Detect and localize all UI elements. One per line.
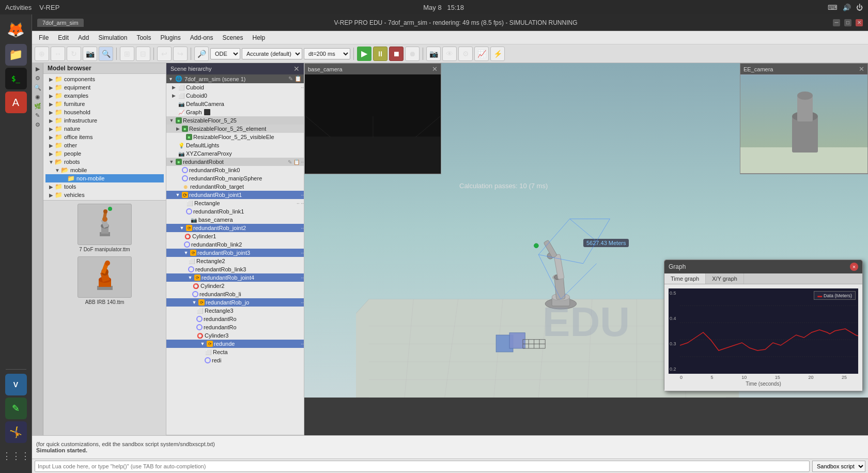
menu-simulation[interactable]: Simulation bbox=[94, 33, 131, 42]
strip-mag[interactable]: 🔍 bbox=[34, 84, 41, 91]
hier-floor[interactable]: ▼ ■ ResizableFloor_5_25 bbox=[166, 116, 304, 125]
accuracy-select[interactable]: Accurate (default) Fast bbox=[242, 48, 302, 59]
graph-tab-time[interactable]: Time graph bbox=[664, 273, 706, 284]
dock-vrep[interactable]: V bbox=[5, 374, 27, 395]
dock-figure[interactable]: 🤸 bbox=[5, 421, 27, 443]
hier-roblink-2[interactable]: redundantRo bbox=[166, 323, 304, 331]
close-button[interactable]: ✕ bbox=[856, 19, 863, 26]
hier-joint2[interactable]: ▼ ⟳ redundantRob_joint2 ·· bbox=[166, 224, 304, 232]
hier-joint5[interactable]: ▼ ⟳ redundantRob_jo ·· bbox=[166, 298, 304, 307]
tool-select[interactable]: ⊕ bbox=[35, 47, 49, 61]
hier-link3[interactable]: redundantRob_link3 bbox=[166, 265, 304, 273]
tool-search[interactable]: 🔍 bbox=[99, 47, 113, 61]
hier-joint1[interactable]: ▼ ⟳ redundantRob_joint1 ·· bbox=[166, 191, 304, 199]
hier-redi[interactable]: redi bbox=[166, 356, 304, 364]
dock-script[interactable]: ✎ bbox=[5, 398, 27, 419]
strip-script[interactable]: ✎ bbox=[35, 112, 40, 119]
model-abb[interactable]: ABB IRB 140.ttm bbox=[47, 256, 163, 305]
hier-joint4[interactable]: ▼ ⟳ redundantRob_joint4 ·· bbox=[166, 273, 304, 282]
hier-joint6[interactable]: ▼ ⟳ redunde ·· bbox=[166, 340, 304, 348]
tree-other[interactable]: ▶ 📁 other bbox=[45, 141, 164, 149]
app-name-label[interactable]: V-REP bbox=[39, 4, 59, 11]
menu-addons[interactable]: Add-ons bbox=[186, 33, 218, 42]
graph-close-button[interactable]: × bbox=[850, 263, 858, 271]
tree-people[interactable]: ▶ 📁 people bbox=[45, 149, 164, 158]
dock-software[interactable]: A bbox=[5, 91, 27, 113]
hier-cyl3[interactable]: ⭕ Cylinder3 bbox=[166, 331, 304, 340]
strip-gear2[interactable]: ⚙ bbox=[35, 121, 40, 128]
hier-cuboid[interactable]: ▶ ⬜ Cuboid ·· bbox=[166, 83, 304, 91]
tree-mobile[interactable]: ▼ 📂 mobile bbox=[45, 166, 164, 174]
strip-tree[interactable]: 🌿 bbox=[34, 103, 41, 110]
tree-components[interactable]: ▶ 📁 components bbox=[45, 75, 164, 83]
hier-rect3[interactable]: ⬜ Rectangle3 bbox=[166, 307, 304, 315]
hier-manipsphere[interactable]: redundantRob_manipSphere bbox=[166, 174, 304, 182]
hier-link1[interactable]: redundantRob_link1 bbox=[166, 207, 304, 216]
hier-lights[interactable]: 💡 DefaultLights bbox=[166, 141, 304, 149]
tool-cam[interactable]: 🔎 bbox=[194, 47, 209, 61]
hier-cuboid0[interactable]: ▶ ⬜ Cuboid0 bbox=[166, 91, 304, 100]
hier-target[interactable]: ⊕ redundantRob_target bbox=[166, 182, 304, 191]
dock-files[interactable]: 📁 bbox=[5, 44, 27, 66]
hier-link-deep[interactable]: redundantRob_li bbox=[166, 290, 304, 298]
physics-select[interactable]: ODE Bullet bbox=[210, 48, 240, 59]
hier-rect2[interactable]: ⬜ Rectangle2 bbox=[166, 257, 304, 265]
tool-cam3[interactable]: 👁 bbox=[442, 47, 457, 61]
tool-obj2[interactable]: ⊟ bbox=[136, 47, 150, 61]
menu-tools[interactable]: Tools bbox=[132, 33, 155, 42]
tree-vehicles[interactable]: ▶ 📁 vehicles bbox=[45, 191, 164, 199]
strip-gear[interactable]: ⚙ bbox=[35, 75, 40, 82]
tool-obj1[interactable]: ⊞ bbox=[120, 47, 134, 61]
tree-examples[interactable]: ▶ 📁 examples bbox=[45, 91, 164, 100]
activities-label[interactable]: Activities bbox=[5, 4, 32, 11]
strip-obj[interactable]: ◉ bbox=[35, 94, 40, 100]
dock-firefox[interactable]: 🦊 bbox=[4, 17, 28, 42]
tree-infrastructure[interactable]: ▶ 📁 infrastructure bbox=[45, 116, 164, 125]
hier-floor-element[interactable]: ▶ ■ ResizableFloor_5_25_element bbox=[166, 125, 304, 133]
maximize-button[interactable]: □ bbox=[844, 19, 851, 26]
graph-tab-xy[interactable]: X/Y graph bbox=[706, 273, 744, 284]
hier-defaultcam[interactable]: 📷 DefaultCamera bbox=[166, 100, 304, 108]
hier-cyl1[interactable]: ⭕ Cylinder1 bbox=[166, 232, 304, 240]
hier-robot[interactable]: ▼ ■ redundantRobot ✎ 📋 ·· bbox=[166, 158, 304, 166]
tree-nonmobile[interactable]: 📁 non-mobile bbox=[45, 174, 164, 182]
hier-basecam[interactable]: 📷 base_camera bbox=[166, 216, 304, 224]
ee-camera-close[interactable]: ✕ bbox=[859, 65, 864, 73]
tool-sim2[interactable]: ⚙ bbox=[458, 47, 473, 61]
minimize-button[interactable]: ─ bbox=[833, 19, 840, 26]
hier-cyl2[interactable]: ⭕ Cylinder2 bbox=[166, 282, 304, 290]
menu-scenes[interactable]: Scenes bbox=[219, 33, 247, 42]
tab-7dof[interactable]: 7dof_arm_sim bbox=[37, 19, 84, 27]
tool-move[interactable]: ↔ bbox=[51, 47, 65, 61]
tree-tools[interactable]: ▶ 📁 tools bbox=[45, 182, 164, 191]
tool-graph[interactable]: 📈 bbox=[474, 47, 489, 61]
tool-record[interactable]: ⏺ bbox=[405, 47, 420, 61]
menu-add[interactable]: Add bbox=[74, 33, 93, 42]
pause-button[interactable]: ⏸ bbox=[373, 47, 388, 61]
play-button[interactable]: ▶ bbox=[357, 47, 371, 61]
hier-link2[interactable]: redundantRob_link2 bbox=[166, 240, 304, 249]
hier-link0[interactable]: redundantRob_link0 bbox=[166, 166, 304, 174]
hier-floor-visible[interactable]: ■ ResizableFloor_5_25_visibleEle bbox=[166, 133, 304, 141]
menu-help[interactable]: Help bbox=[249, 33, 270, 42]
menu-edit[interactable]: Edit bbox=[54, 33, 73, 42]
hier-joint3[interactable]: ▼ ⟳ redundantRob_joint3 ·· bbox=[166, 249, 304, 257]
tree-robots[interactable]: ▼ 📂 robots bbox=[45, 158, 164, 166]
hier-graph[interactable]: 📈 Graph bbox=[166, 108, 304, 116]
tool-undo[interactable]: ↩ bbox=[157, 47, 172, 61]
tool-scale[interactable]: 📷 bbox=[83, 47, 97, 61]
menu-file[interactable]: File bbox=[35, 33, 53, 42]
tool-cam2[interactable]: 📷 bbox=[426, 47, 441, 61]
menu-plugins[interactable]: Plugins bbox=[156, 33, 184, 42]
tool-extra[interactable]: ⚡ bbox=[490, 47, 505, 61]
tree-equipment[interactable]: ▶ 📁 equipment bbox=[45, 83, 164, 91]
dock-terminal[interactable]: $_ bbox=[5, 68, 27, 89]
tool-redo[interactable]: ↪ bbox=[173, 47, 188, 61]
hier-rect-deep[interactable]: ⬜ Recta bbox=[166, 348, 304, 356]
hier-rect1[interactable]: ⬜ Rectangle ·· ·· bbox=[166, 199, 304, 207]
scene-hierarchy-close[interactable]: ✕ bbox=[293, 65, 300, 73]
tool-rotate[interactable]: ↻ bbox=[67, 47, 81, 61]
dock-apps[interactable]: ⋮⋮⋮ bbox=[5, 445, 27, 467]
strip-arrow[interactable]: ▶ bbox=[36, 66, 40, 72]
tree-nature[interactable]: ▶ 📁 nature bbox=[45, 125, 164, 133]
